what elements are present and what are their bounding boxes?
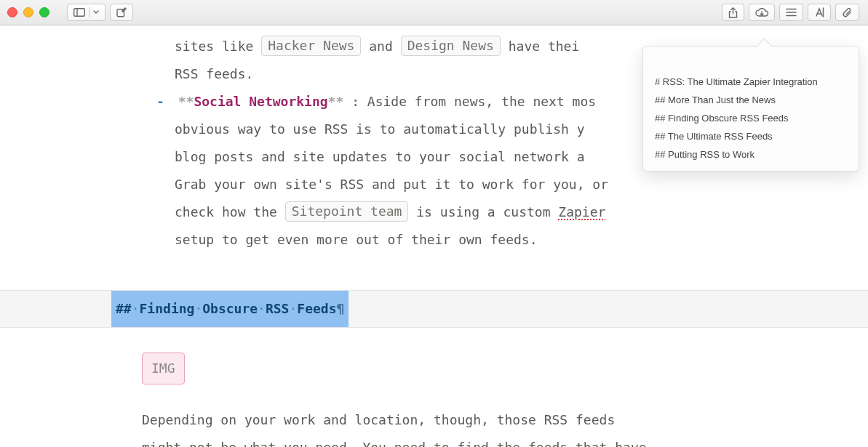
md-bold-marker: ** [178, 94, 194, 109]
text: and [369, 39, 400, 54]
sidebar-icon [73, 8, 85, 17]
link-chip-sitepoint[interactable]: Sitepoint team [285, 201, 409, 222]
text-style-button[interactable] [808, 4, 831, 21]
outline-item[interactable]: ## Putting RSS to Work [650, 145, 851, 164]
image-placeholder-chip[interactable]: IMG [142, 353, 185, 384]
heading-highlight[interactable]: ##·Finding·Obscure·RSS·Feeds¶ [111, 291, 349, 327]
editor-text: setup to get even more out of their own … [0, 226, 868, 254]
cloud-download-icon [755, 8, 768, 17]
text-cursor-icon [814, 7, 824, 17]
text: : Aside from news, the next mos [351, 94, 596, 109]
share-button[interactable] [722, 4, 744, 21]
heading-word: Feeds [297, 301, 336, 316]
heading-word: Finding [140, 301, 195, 316]
space-dot: · [289, 301, 297, 316]
svg-rect-0 [74, 9, 85, 17]
outline-item[interactable]: # RSS: The Ultimate Zapier Integration [650, 73, 851, 91]
attachments-button[interactable] [835, 4, 859, 21]
bullet-marker: - [156, 94, 170, 109]
text: is using a custom [416, 204, 558, 220]
space-dot: · [258, 301, 266, 316]
outline-button[interactable] [779, 4, 803, 21]
window-titlebar [0, 0, 868, 25]
link-chip-designnews[interactable]: Design News [401, 36, 501, 56]
editor-area[interactable]: # RSS: The Ultimate Zapier Integration #… [0, 25, 868, 447]
bold-text: Social Networking [194, 94, 327, 109]
cloud-download-button[interactable] [749, 4, 775, 21]
compose-icon [116, 7, 127, 17]
minimize-window-button[interactable] [23, 7, 33, 17]
md-heading-marker: ## [116, 301, 132, 316]
outline-item[interactable]: ## Finding Obscure RSS Feeds [650, 109, 851, 127]
paperclip-icon [842, 7, 853, 18]
editor-text: Depending on your work and location, tho… [0, 406, 868, 434]
link-chip-hackernews[interactable]: Hacker News [261, 36, 361, 56]
chevron-down-icon [93, 10, 99, 15]
editor-text: might not be what you need. You need to … [0, 434, 868, 447]
zoom-window-button[interactable] [39, 7, 49, 17]
sidebar-toggle-button[interactable] [67, 4, 105, 21]
list-icon [786, 8, 797, 17]
editor-text: check how the Sitepoint team is using a … [0, 198, 868, 226]
pilcrow-icon: ¶ [336, 301, 344, 316]
share-icon [728, 7, 738, 18]
window-controls [7, 7, 49, 17]
close-window-button[interactable] [7, 7, 17, 17]
text: sites like [175, 39, 261, 54]
md-bold-marker: ** [328, 94, 344, 109]
text: have thei [509, 39, 580, 54]
text: RSS feeds. [175, 66, 253, 81]
heading-word: Obscure [202, 301, 258, 316]
text: check how the [175, 204, 285, 220]
heading-row: ##·Finding·Obscure·RSS·Feeds¶ [0, 290, 868, 328]
compose-button[interactable] [110, 4, 133, 21]
outline-item[interactable]: ## More Than Just the News [650, 91, 851, 109]
editor-text: Grab your own site's RSS and put it to w… [0, 171, 868, 198]
space-dot: · [194, 301, 202, 316]
spelling-error-word[interactable]: Zapier [558, 204, 605, 220]
outline-popover: # RSS: The Ultimate Zapier Integration #… [642, 46, 859, 172]
outline-item[interactable]: ## The Ultimate RSS Feeds [650, 127, 851, 145]
space-dot: · [132, 301, 140, 316]
heading-word: RSS [266, 301, 290, 316]
